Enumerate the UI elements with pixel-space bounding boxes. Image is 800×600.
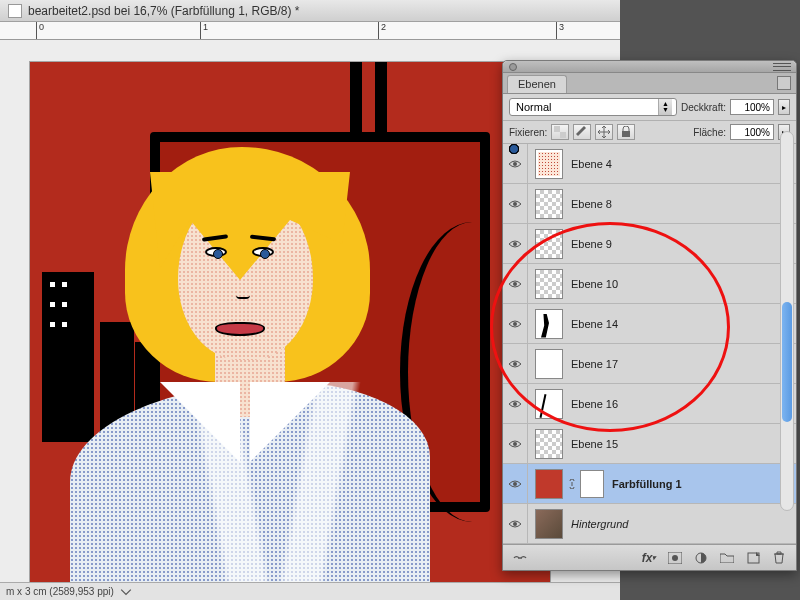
layer-thumbnail[interactable]: [535, 469, 563, 499]
layer-link-icon[interactable]: [567, 479, 576, 489]
opacity-dropdown-icon[interactable]: ▸: [778, 99, 790, 115]
layer-name[interactable]: Ebene 16: [571, 398, 618, 410]
visibility-toggle-icon[interactable]: [506, 198, 524, 210]
layer-name[interactable]: Ebene 10: [571, 278, 618, 290]
layer-mask-icon[interactable]: [666, 550, 684, 566]
layer-row[interactable]: Ebene 14: [503, 304, 796, 344]
trash-icon[interactable]: [770, 550, 788, 566]
layer-name[interactable]: Hintergrund: [571, 518, 628, 530]
layer-name[interactable]: Farbfüllung 1: [612, 478, 682, 490]
art-collar: [160, 382, 330, 472]
panel-tabs: Ebenen: [503, 73, 796, 94]
link-layers-icon[interactable]: [511, 550, 529, 566]
visibility-toggle-icon[interactable]: [506, 318, 524, 330]
art-lips: [215, 322, 265, 336]
panel-titlebar[interactable]: [503, 61, 796, 73]
lock-move-icon[interactable]: [595, 124, 613, 140]
visibility-toggle-icon[interactable]: [506, 398, 524, 410]
layer-row[interactable]: Ebene 4: [503, 144, 796, 184]
layer-mask-thumb[interactable]: [580, 470, 604, 498]
layer-thumbnail[interactable]: [535, 229, 563, 259]
lock-row: Fixieren: Fläche: 100% ▸: [503, 121, 796, 144]
layer-name[interactable]: Ebene 9: [571, 238, 612, 250]
layer-thumbnail[interactable]: [535, 389, 563, 419]
scrollbar[interactable]: [780, 131, 794, 511]
document-title: bearbeitet2.psd bei 16,7% (Farbfüllung 1…: [28, 4, 300, 18]
titlebar[interactable]: bearbeitet2.psd bei 16,7% (Farbfüllung 1…: [0, 0, 620, 22]
fill-input[interactable]: 100%: [730, 124, 774, 140]
layer-name[interactable]: Ebene 14: [571, 318, 618, 330]
scrollbar-thumb[interactable]: [782, 302, 792, 422]
lock-transparent-icon[interactable]: [551, 124, 569, 140]
art-nose: [236, 295, 250, 299]
layer-thumbnail[interactable]: [535, 269, 563, 299]
visibility-toggle-icon[interactable]: [506, 518, 524, 530]
status-dims: m x 3 cm (2589,953 ppi): [6, 586, 114, 597]
layer-list: Ebene 4Ebene 8Ebene 9Ebene 10Ebene 14Ebe…: [503, 144, 796, 544]
layer-thumbnail[interactable]: [535, 309, 563, 339]
svg-point-14: [672, 555, 678, 561]
art-eye: [252, 247, 274, 257]
ruler-tick: 0: [36, 22, 44, 39]
visibility-toggle-icon[interactable]: [506, 478, 524, 490]
lock-all-icon[interactable]: [617, 124, 635, 140]
blend-mode-select[interactable]: Normal ▲▼: [509, 98, 677, 116]
svg-point-8: [513, 362, 517, 366]
status-dropdown-icon[interactable]: [120, 586, 132, 598]
svg-point-12: [513, 522, 517, 526]
select-arrows-icon: ▲▼: [658, 99, 672, 115]
lock-paint-icon[interactable]: [573, 124, 591, 140]
svg-point-5: [513, 242, 517, 246]
group-icon[interactable]: [718, 550, 736, 566]
file-icon: [8, 4, 22, 18]
visibility-toggle-icon[interactable]: [506, 238, 524, 250]
panel-cycle-icon[interactable]: [777, 76, 791, 90]
art-eye: [205, 247, 227, 257]
visibility-toggle-icon[interactable]: [506, 158, 524, 170]
fill-label: Fläche:: [693, 127, 726, 138]
layer-row[interactable]: Ebene 16: [503, 384, 796, 424]
canvas[interactable]: [30, 62, 550, 582]
layer-name[interactable]: Ebene 8: [571, 198, 612, 210]
svg-point-4: [513, 202, 517, 206]
panel-menu-icon[interactable]: [773, 62, 791, 72]
layer-row[interactable]: Ebene 15: [503, 424, 796, 464]
visibility-toggle-icon[interactable]: [506, 358, 524, 370]
layer-name[interactable]: Ebene 15: [571, 438, 618, 450]
layer-thumbnail[interactable]: [535, 429, 563, 459]
fx-icon[interactable]: fx▾: [640, 550, 658, 566]
layer-row[interactable]: Ebene 9: [503, 224, 796, 264]
svg-point-6: [513, 282, 517, 286]
tab-ebenen[interactable]: Ebenen: [507, 75, 567, 93]
adjustment-layer-icon[interactable]: [692, 550, 710, 566]
layers-panel: Ebenen Normal ▲▼ Deckkraft: 100% ▸ Fixie…: [502, 60, 797, 571]
svg-point-10: [513, 442, 517, 446]
layer-row[interactable]: Ebene 10: [503, 264, 796, 304]
svg-rect-0: [554, 126, 560, 132]
visibility-toggle-icon[interactable]: [506, 438, 524, 450]
ruler-tick: 2: [378, 22, 386, 39]
layer-thumbnail[interactable]: [535, 149, 563, 179]
layer-name[interactable]: Ebene 4: [571, 158, 612, 170]
ruler-tick: 1: [200, 22, 208, 39]
layer-row[interactable]: Hintergrund: [503, 504, 796, 544]
ruler-horizontal[interactable]: 0 1 2 3: [0, 22, 620, 40]
layer-row[interactable]: Ebene 17: [503, 344, 796, 384]
layer-row[interactable]: Farbfüllung 1: [503, 464, 796, 504]
svg-point-3: [513, 162, 517, 166]
opacity-input[interactable]: 100%: [730, 99, 774, 115]
svg-rect-1: [560, 132, 566, 138]
new-layer-icon[interactable]: [744, 550, 762, 566]
blend-row: Normal ▲▼ Deckkraft: 100% ▸: [503, 94, 796, 121]
svg-point-11: [513, 482, 517, 486]
layer-row[interactable]: Ebene 8: [503, 184, 796, 224]
status-bar: m x 3 cm (2589,953 ppi): [0, 582, 620, 600]
layer-name[interactable]: Ebene 17: [571, 358, 618, 370]
visibility-toggle-icon[interactable]: [506, 278, 524, 290]
layer-thumbnail[interactable]: [535, 509, 563, 539]
svg-rect-2: [622, 131, 630, 137]
ruler-tick: 3: [556, 22, 564, 39]
layer-thumbnail[interactable]: [535, 189, 563, 219]
layer-thumbnail[interactable]: [535, 349, 563, 379]
panel-close-icon[interactable]: [509, 63, 517, 71]
